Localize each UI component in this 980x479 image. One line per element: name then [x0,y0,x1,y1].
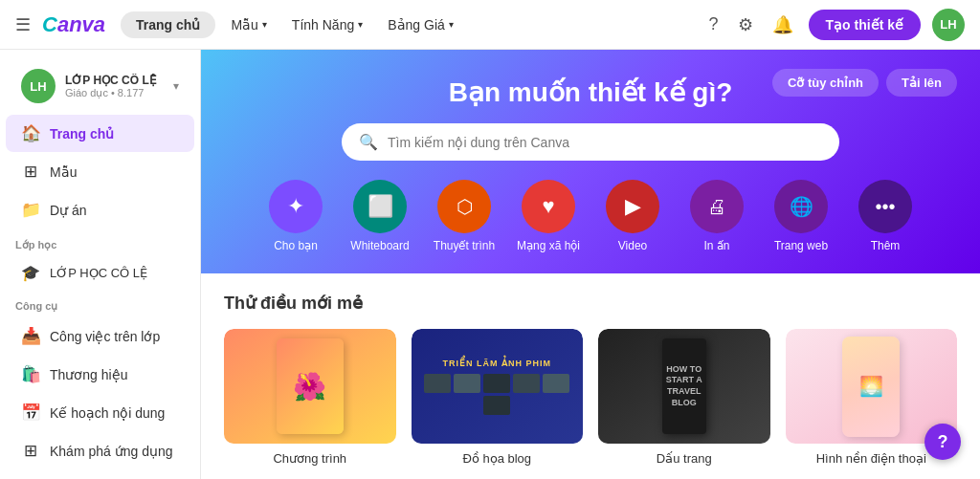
apps-icon: ⊞ [21,441,40,461]
category-icon: 🖨 [690,180,744,233]
sidebar-item-kham-pha[interactable]: ⊞ Khám phá ứng dụng [6,432,194,469]
category-icon: ⬜ [353,180,407,233]
logo-text: Canva [42,12,105,37]
nav-item-tinh-nang[interactable]: Tính Năng ▾ [280,11,374,38]
main-content: Cỡ tùy chỉnh Tải lên Bạn muốn thiết kế g… [201,50,980,479]
sidebar-item-cong-viec[interactable]: 📥 Công việc trên lớp [6,317,194,355]
try-grid: 🌺 Chương trình TRIỂN LÃM ẢNH PHIM [224,329,957,466]
chevron-down-icon: ▾ [262,19,267,30]
nav-right: ? ⚙ 🔔 Tạo thiết kế LH [705,9,965,41]
try-card-chuong-trinh[interactable]: 🌺 Chương trình [224,329,396,466]
card-label: Đồ họa blog [462,451,531,466]
sidebar-item-mau[interactable]: ⊞ Mẫu [6,153,194,190]
search-icon: 🔍 [359,133,378,151]
card-label: Hình nền điện thoại [816,451,926,466]
category-cho-ban[interactable]: ✦ Cho bạn [257,180,334,252]
card-label: Chương trình [273,451,346,466]
category-icon: ♥ [522,180,575,233]
category-video[interactable]: ▶ Video [594,180,671,252]
user-name: LỚP HỌC CÔ LỆ [65,74,164,87]
category-them[interactable]: ••• Thêm [847,180,924,252]
nav-items: Mẫu ▾ Tính Năng ▾ Bảng Giá ▾ [219,11,464,38]
category-icon: ••• [858,180,912,233]
sidebar-section-lop-hoc: Lớp học [0,229,200,255]
search-input[interactable] [388,135,822,150]
graduation-icon: 🎓 [21,264,40,282]
sidebar-item-lop-hoc[interactable]: 🎓 LỚP HỌC CÔ LỆ [6,256,194,290]
menu-icon[interactable]: ☰ [15,14,31,35]
try-card-dau-trang[interactable]: HOW TO START A TRAVEL BLOG Dấu trang [598,329,770,466]
try-title: Thử điều mới mẻ [224,293,957,314]
chevron-down-icon: ▾ [449,19,454,30]
categories: ✦ Cho bạn ⬜ Whiteboard ⬡ Thuyết trình [230,180,951,252]
grid-icon: ⊞ [21,162,40,182]
floating-help-button[interactable]: ? [924,424,961,460]
brand-icon: 🛍️ [21,364,40,384]
hero-actions: Cỡ tùy chỉnh Tải lên [772,69,957,97]
nav-item-mau[interactable]: Mẫu ▾ [219,11,278,38]
upload-button[interactable]: Tải lên [886,69,957,97]
sidebar-user[interactable]: LH LỚP HỌC CÔ LỆ Giáo dục • 8.177 ▾ [8,61,192,111]
calendar-icon: 📅 [21,403,40,423]
card-image: 🌺 [224,329,396,444]
user-info: LỚP HỌC CÔ LỆ Giáo dục • 8.177 [65,74,164,99]
create-design-button[interactable]: Tạo thiết kế [809,10,921,40]
main-layout: LH LỚP HỌC CÔ LỆ Giáo dục • 8.177 ▾ 🏠 Tr… [0,50,980,479]
help-icon-button[interactable]: ? [705,11,723,38]
sidebar: LH LỚP HỌC CÔ LỆ Giáo dục • 8.177 ▾ 🏠 Tr… [0,50,201,479]
search-bar: 🔍 [342,123,839,161]
sidebar-item-ke-hoach[interactable]: 📅 Kế hoạch nội dung [6,394,194,431]
top-nav: ☰ Canva Trang chủ Mẫu ▾ Tính Năng ▾ Bảng… [0,0,980,50]
sidebar-item-du-an[interactable]: 📁 Dự án [6,191,194,229]
category-mang-xa-hoi[interactable]: ♥ Mạng xã hội [510,180,587,252]
category-icon: ▶ [606,180,659,233]
logo[interactable]: Canva [42,12,105,37]
category-thuyet-trinh[interactable]: ⬡ Thuyết trình [426,180,502,252]
category-icon: ✦ [269,180,323,233]
sidebar-item-trang-chu[interactable]: 🏠 Trang chủ [6,115,194,152]
category-icon: 🌐 [774,180,828,233]
chevron-down-icon: ▾ [173,79,179,93]
sidebar-section-cong-cu: Công cụ [0,291,200,316]
home-icon: 🏠 [21,123,40,143]
category-trang-web[interactable]: 🌐 Trang web [763,180,839,252]
chevron-down-icon: ▾ [358,19,363,30]
sidebar-item-thuong-hieu[interactable]: 🛍️ Thương hiệu [6,356,194,393]
hero-section: Cỡ tùy chỉnh Tải lên Bạn muốn thiết kế g… [201,50,980,273]
avatar: LH [21,69,56,103]
card-image: HOW TO START A TRAVEL BLOG [598,329,770,444]
nav-home-button[interactable]: Trang chủ [121,11,215,38]
customize-size-button[interactable]: Cỡ tùy chỉnh [772,69,879,97]
category-icon: ⬡ [437,180,491,233]
settings-icon-button[interactable]: ⚙ [734,11,757,39]
card-image: TRIỂN LÃM ẢNH PHIM [412,329,584,444]
category-in-an[interactable]: 🖨 In ấn [679,180,755,252]
notification-icon-button[interactable]: 🔔 [768,11,797,39]
nav-item-bang-gia[interactable]: Bảng Giá ▾ [376,11,465,38]
try-card-do-hoa-blog[interactable]: TRIỂN LÃM ẢNH PHIM Đồ họa blog [412,329,584,466]
card-label: Dấu trang [657,451,712,466]
try-section: Thử điều mới mẻ 🌺 Chương trình TRIỂ [201,273,980,479]
folder-icon: 📁 [21,200,40,220]
category-whiteboard[interactable]: ⬜ Whiteboard [342,180,418,252]
inbox-icon: 📥 [21,326,40,346]
avatar[interactable]: LH [932,9,965,41]
user-meta: Giáo dục • 8.177 [65,87,164,99]
